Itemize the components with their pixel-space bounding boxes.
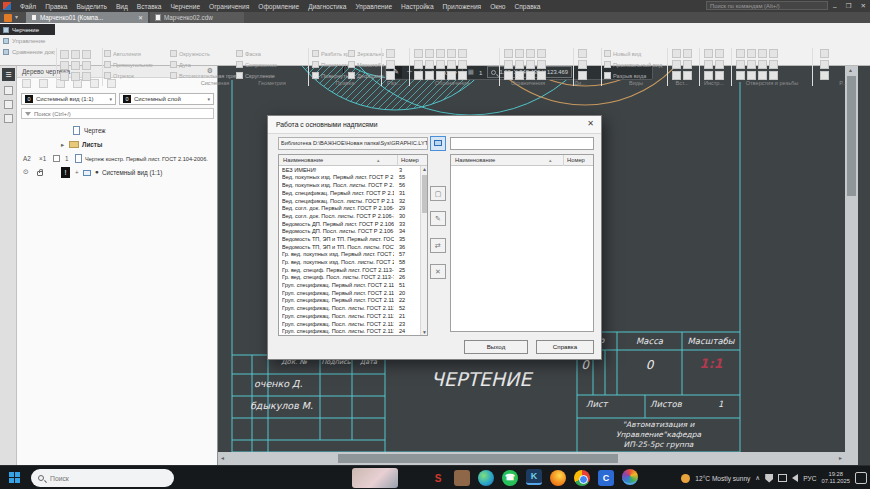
Ведомость ТП, ЭП и ТП. Посл. листы. ГОСТ Р...[interactable]: Ведомость ТП, ЭП и ТП. Посл. листы. ГОСТ… (279, 243, 421, 251)
menu-item[interactable]: Черчение (170, 3, 200, 10)
ribbon-group-label[interactable]: Ограничения (511, 80, 545, 86)
transfer-titleblock-button[interactable]: ⇄ (430, 238, 446, 253)
app-c-icon[interactable]: C (598, 470, 614, 486)
menu-item[interactable]: Выделить (77, 3, 107, 10)
document-library-field[interactable] (450, 137, 594, 150)
menu-item[interactable]: Справка (514, 3, 540, 10)
ribbon-mode-management[interactable]: Управление (0, 35, 55, 46)
geometry-tool[interactable]: Окружность (170, 48, 236, 59)
weather-text[interactable]: 12°C Mostly sunny (695, 475, 750, 482)
current-layer-select[interactable]: 0 Системный слой▾ (119, 93, 214, 105)
layer-indicator[interactable]: 1 (479, 69, 482, 76)
ribbon-group-label[interactable]: Системная (201, 80, 230, 86)
Гр. вед. покупных изд. Первый лист. ГОСТ 2...[interactable]: Гр. вед. покупных изд. Первый лист. ГОСТ… (279, 251, 421, 259)
edit-tool[interactable]: Переместить по координатам (312, 59, 348, 70)
tab-marchenko02[interactable]: Марченко02.cdw (150, 12, 244, 23)
eye-icon[interactable]: ⊙ (23, 168, 29, 176)
Груп. спецификац. Посл. листы. ГОСТ 2.113-75...[interactable]: Груп. спецификац. Посл. листы. ГОСТ 2.11… (279, 312, 421, 320)
Ведомость ТП, ЭП и ТП. Первый лист. ГОСТ Р...[interactable]: Ведомость ТП, ЭП и ТП. Первый лист. ГОСТ… (279, 235, 421, 243)
column-number[interactable]: Номер (401, 157, 419, 163)
Груп. спецификац. Посл. листы. ГОСТ 2.113-75...[interactable]: Груп. спецификац. Посл. листы. ГОСТ 2.11… (279, 327, 421, 335)
Вед. спецификац. Посл. листы. ГОСТ Р 2.106-2...[interactable]: Вед. спецификац. Посл. листы. ГОСТ Р 2.1… (279, 197, 421, 205)
Вед. покупных изд. Посл. листы. ГОСТ Р 2.1...[interactable]: Вед. покупных изд. Посл. листы. ГОСТ Р 2… (279, 181, 421, 189)
close-icon[interactable]: ✕ (861, 2, 866, 10)
tree-item-drawing[interactable]: Чертеж (17, 124, 217, 137)
ribbon-group-label[interactable]: Вст... (675, 80, 688, 86)
menu-item[interactable]: Настройка (401, 3, 433, 10)
ribbon-group-label[interactable]: Ди... (574, 80, 586, 86)
edit-tool[interactable]: Разбить кривую (312, 48, 348, 59)
taskbar-search[interactable] (31, 469, 174, 487)
list-scrollbar[interactable]: ▲ ▼ (420, 166, 427, 335)
holes-icon-grid[interactable] (736, 49, 778, 80)
grid-icon[interactable]: ▦ (468, 68, 474, 76)
tree-item-sheet[interactable]: А2 ×1 1 Чертеж констр. Первый лист. ГОСТ… (17, 152, 217, 165)
Гр. вед. специф. Первый лист. ГОСТ 2.113-7...[interactable]: Гр. вед. специф. Первый лист. ГОСТ 2.113… (279, 266, 421, 274)
Груп. спецификац. Первый лист. ГОСТ 2.113-7...[interactable]: Груп. спецификац. Первый лист. ГОСТ 2.11… (279, 289, 421, 297)
edit-tool[interactable]: Зеркально отразить (348, 48, 384, 59)
geometry-tool[interactable]: Фаска (236, 48, 302, 59)
menu-item[interactable]: Оформление (258, 3, 299, 10)
edit-titleblock-button[interactable]: ✎ (430, 211, 446, 226)
add-titleblock-button[interactable]: ▢ (430, 186, 446, 201)
column-number[interactable]: Номер (567, 157, 585, 163)
minimize-icon[interactable]: – (833, 3, 837, 10)
menu-item[interactable]: Окно (490, 3, 505, 10)
Ведомость ДП. Первый лист. ГОСТ Р 2.106-2...[interactable]: Ведомость ДП. Первый лист. ГОСТ Р 2.106-… (279, 220, 421, 228)
help-button[interactable]: Справка (536, 340, 594, 354)
edge-icon[interactable] (478, 470, 494, 486)
chevron-down-icon[interactable]: ▾ (15, 13, 18, 20)
ribbon-group-label[interactable]: Виды (629, 80, 643, 86)
menu-item[interactable]: Управление (355, 3, 392, 10)
exit-button[interactable]: Выход (464, 340, 528, 354)
firefox-icon[interactable] (550, 470, 566, 486)
library-source-button[interactable] (430, 136, 446, 151)
notation-icon-grid[interactable] (414, 49, 467, 80)
command-search-input[interactable] (706, 1, 828, 10)
dimension-icon-grid[interactable] (386, 49, 395, 80)
view-tool[interactable]: Новый вид (604, 48, 664, 59)
start-button[interactable] (9, 472, 20, 483)
menu-item[interactable]: Правка (45, 3, 67, 10)
whatsapp-icon[interactable]: ☎ (502, 470, 518, 486)
restore-icon[interactable]: ❐ (846, 2, 852, 10)
horizontal-scrollbar-thumb[interactable] (338, 454, 618, 463)
notification-center-icon[interactable] (855, 472, 867, 484)
ribbon-group-label[interactable]: Инстр... (704, 80, 724, 86)
chrome-icon[interactable] (574, 470, 590, 486)
close-icon[interactable]: ✕ (587, 119, 594, 128)
app-red-icon[interactable]: S (428, 468, 448, 488)
geometry-tool[interactable]: Автолиния (104, 48, 170, 59)
security-icon[interactable] (765, 474, 773, 483)
properties-panel-icon[interactable] (4, 114, 13, 123)
tree-item-sheets[interactable]: ▸ Листы (17, 138, 217, 151)
tray-expand-icon[interactable]: ∧ (755, 474, 760, 482)
ribbon-group-label[interactable]: Правка (336, 80, 355, 86)
app-box-icon[interactable] (454, 470, 470, 486)
column-name[interactable]: Наименование (455, 157, 495, 163)
menu-item[interactable]: Файл (20, 3, 36, 10)
library-path-field[interactable]: Библиотека D:\ВАЖНОЕ\Новая папка\Sys\GRA… (278, 137, 428, 150)
weather-sun-icon[interactable] (681, 474, 690, 483)
libraries-panel-icon[interactable] (4, 100, 13, 109)
app-quick-button[interactable] (4, 14, 12, 22)
expand-icon[interactable]: ▸ (61, 141, 64, 148)
Гр. вед. покупных изд. Посл. листы. ГОСТ 2...[interactable]: Гр. вед. покупных изд. Посл. листы. ГОСТ… (279, 258, 421, 266)
geometry-tool[interactable]: Дуга (170, 59, 236, 70)
geometry-tool[interactable]: Сопряжение (236, 59, 302, 70)
ribbon-group-label[interactable]: Геометрия (258, 80, 285, 86)
language-indicator[interactable]: РУС (803, 475, 816, 482)
dialog-titlebar[interactable]: Работа с основными надписями ✕ (268, 116, 601, 134)
menu-item[interactable]: Вид (116, 3, 128, 10)
tree-search-input[interactable] (34, 111, 210, 117)
news-widget-thumbnail[interactable] (352, 468, 398, 488)
ribbon-mode-compare[interactable]: Сравнение документов (0, 46, 55, 57)
volume-icon[interactable] (792, 474, 798, 482)
instrument-icon-grid[interactable] (704, 49, 724, 80)
horizontal-scrollbar[interactable]: ◄ ► (218, 452, 845, 465)
vertical-scrollbar[interactable]: ▲ ▼ (845, 66, 858, 465)
ribbon-group-label[interactable]: Раз... (387, 80, 401, 86)
menu-item[interactable]: Вставка (137, 3, 162, 10)
insert-icon-grid[interactable] (672, 49, 692, 80)
tab-close-icon[interactable]: ✕ (138, 14, 143, 21)
